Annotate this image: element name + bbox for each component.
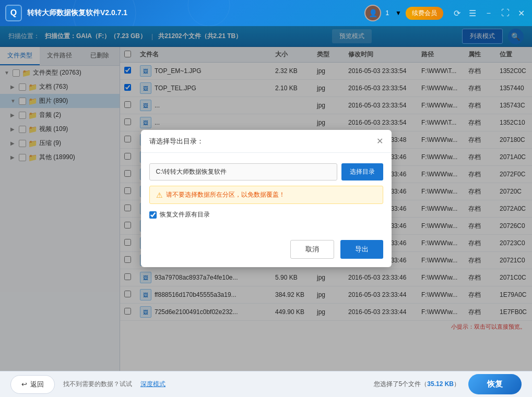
dir-input-row: 选择目录	[149, 163, 383, 181]
avatar: 👤	[364, 5, 381, 21]
app-logo: Q	[5, 5, 22, 21]
menu-icon[interactable]: ☰	[467, 7, 478, 19]
choose-dir-button[interactable]: 选择目录	[341, 163, 383, 181]
recover-button[interactable]: 恢复	[468, 374, 522, 394]
warning-text: 请不要选择数据所在分区，以免数据覆盖！	[166, 190, 285, 199]
back-icon: ↩	[21, 380, 27, 388]
app-title: 转转大师数据恢复软件V2.0.7.1	[27, 8, 364, 18]
bottom-hint: 找不到需要的数据？试试	[63, 380, 132, 389]
title-right: 👤 1 ▼ 续费会员 ⟳ ☰ － ⛶ ✕	[364, 5, 527, 21]
dir-input[interactable]	[149, 163, 337, 181]
back-label: 返回	[30, 380, 44, 389]
warning-icon: ⚠	[156, 191, 163, 199]
modal-body: 选择目录 ⚠ 请不要选择数据所在分区，以免数据覆盖！ 恢复文件原有目录	[141, 153, 392, 240]
title-icons: ⟳ ☰ － ⛶ ✕	[452, 7, 527, 20]
warning-row: ⚠ 请不要选择数据所在分区，以免数据覆盖！	[149, 186, 383, 204]
maximize-icon[interactable]: ⛶	[499, 7, 512, 19]
modal-header: 请选择导出目录： ✕	[141, 130, 392, 153]
modal-title: 请选择导出目录：	[149, 137, 204, 146]
selected-info: 您选择了5个文件（35.12 KB）	[374, 380, 460, 389]
restore-dir-checkbox[interactable]	[149, 211, 157, 219]
export-modal: 请选择导出目录： ✕ 选择目录 ⚠ 请不要选择数据所在分区，以免数据覆盖！ 恢复…	[141, 130, 392, 267]
modal-footer: 取消 导出	[141, 240, 392, 267]
user-name: 1	[385, 9, 389, 17]
vip-button[interactable]: 续费会员	[406, 7, 443, 20]
bottom-bar: ↩ 返回 找不到需要的数据？试试 深度模式 您选择了5个文件（35.12 KB）…	[0, 371, 532, 397]
back-button[interactable]: ↩ 返回	[10, 375, 55, 394]
restore-dir-row: 恢复文件原有目录	[149, 210, 383, 219]
restore-dir-label: 恢复文件原有目录	[160, 210, 210, 219]
modal-close-button[interactable]: ✕	[376, 136, 383, 146]
modal-overlay: 请选择导出目录： ✕ 选择目录 ⚠ 请不要选择数据所在分区，以免数据覆盖！ 恢复…	[0, 26, 532, 371]
minimize-icon[interactable]: －	[482, 7, 495, 20]
close-icon[interactable]: ✕	[516, 7, 527, 19]
export-button[interactable]: 导出	[340, 240, 383, 259]
title-bar: Q 转转大师数据恢复软件V2.0.7.1 👤 1 ▼ 续费会员 ⟳ ☰ － ⛶ …	[0, 0, 532, 26]
refresh-icon[interactable]: ⟳	[452, 7, 463, 19]
cancel-button[interactable]: 取消	[290, 240, 334, 259]
deep-mode-link[interactable]: 深度模式	[140, 380, 165, 389]
